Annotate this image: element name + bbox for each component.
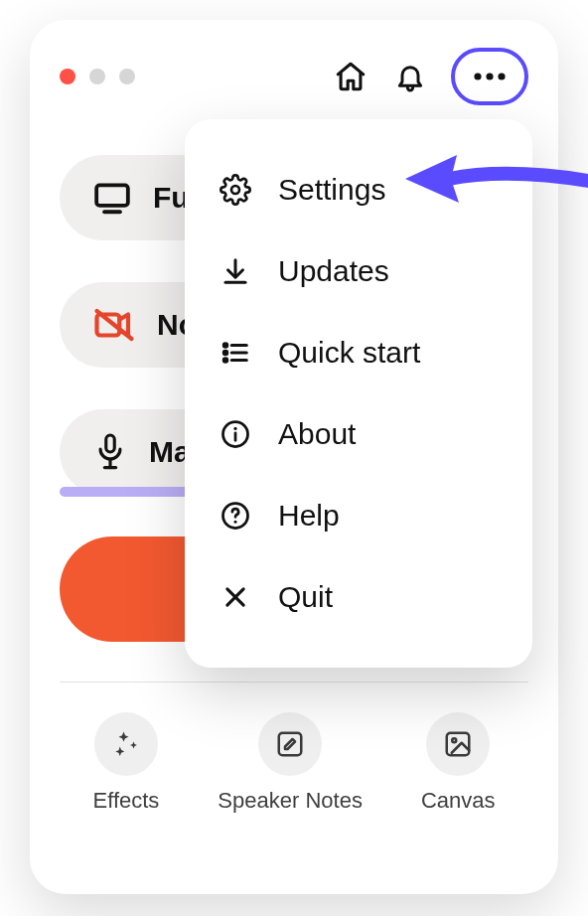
svg-rect-10 [279,733,302,756]
svg-point-0 [474,73,481,79]
svg-point-26 [234,521,237,524]
home-icon[interactable] [332,58,369,95]
svg-point-16 [223,344,227,348]
svg-point-12 [452,738,456,742]
svg-rect-7 [106,435,115,452]
svg-point-1 [486,73,493,79]
minimize-window-dot[interactable] [89,69,105,84]
close-window-dot[interactable] [60,69,75,84]
menu-item-quit[interactable]: Quit [185,556,532,638]
menu-item-quick-start[interactable]: Quick start [185,312,532,393]
speaker-notes-label: Speaker Notes [218,788,363,814]
svg-point-18 [223,351,227,355]
divider [60,682,528,683]
svg-rect-11 [447,733,470,756]
menu-item-quit-label: Quit [278,580,333,614]
svg-point-24 [233,427,236,430]
bell-icon[interactable] [391,58,429,95]
titlebar [30,20,558,115]
menu-item-settings[interactable]: Settings [185,149,532,230]
canvas-button[interactable]: Canvas [421,712,496,814]
download-icon [219,256,252,286]
svg-point-20 [223,359,227,363]
gear-icon [219,174,252,206]
menu-item-quick-start-label: Quick start [278,336,420,370]
speaker-notes-button[interactable]: Speaker Notes [218,712,363,814]
image-icon [426,712,490,776]
svg-point-13 [231,186,239,194]
zoom-window-dot[interactable] [119,69,135,84]
menu-item-updates-label: Updates [278,254,389,288]
effects-button[interactable]: Effects [93,712,160,814]
menu-item-about-label: About [278,417,356,451]
help-icon [219,501,252,531]
traffic-lights [60,69,135,84]
menu-item-about[interactable]: About [185,393,532,475]
menu-item-settings-label: Settings [278,173,385,207]
menu-item-updates[interactable]: Updates [185,230,532,312]
edit-note-icon [258,712,322,776]
effects-label: Effects [93,788,160,814]
list-icon [219,338,252,368]
bottom-row: Effects Speaker Notes [60,712,528,814]
more-menu: Settings Updates Quick start [185,119,532,668]
menu-item-help[interactable]: Help [185,475,532,556]
canvas-label: Canvas [421,788,496,814]
svg-rect-3 [96,185,128,206]
microphone-icon [93,432,127,472]
video-off-icon [93,306,135,344]
menu-item-help-label: Help [278,499,340,533]
info-icon [219,419,252,449]
monitor-icon [93,179,131,217]
titlebar-icons [332,48,528,105]
sparkles-icon [94,712,158,776]
more-menu-button[interactable] [451,48,528,105]
svg-point-2 [498,73,505,79]
close-icon [219,583,252,611]
